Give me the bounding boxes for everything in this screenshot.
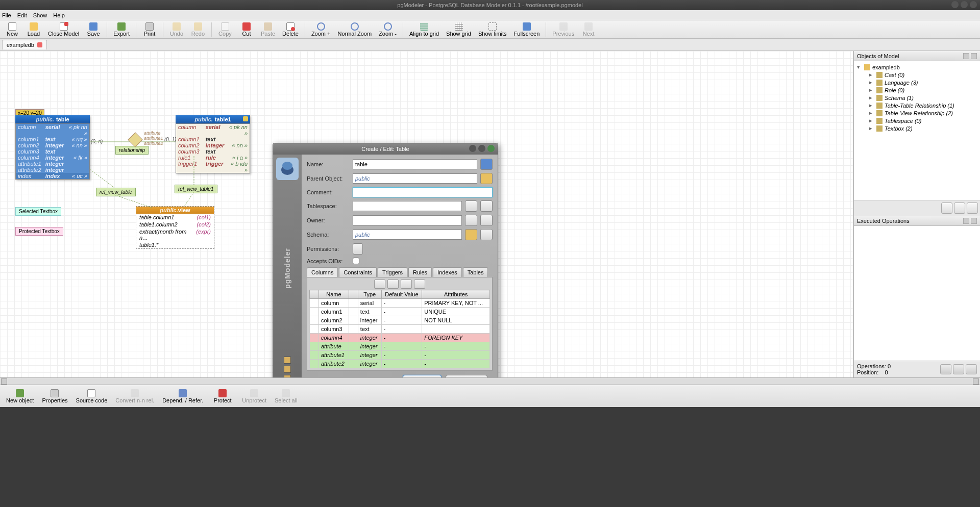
paste-button[interactable]: Paste <box>258 21 278 38</box>
next-button[interactable]: Next <box>578 21 599 38</box>
tree-item[interactable]: ▸Table-Table Relationship (1) <box>856 102 978 109</box>
zoom-in-button[interactable]: Zoom + <box>308 21 334 38</box>
tab-triggers[interactable]: Triggers <box>378 267 407 277</box>
cut-button[interactable]: Cut <box>236 21 257 38</box>
canvas-hscroll[interactable] <box>0 377 980 385</box>
panel-collapse-icon[interactable] <box>963 218 969 224</box>
normal-zoom-button[interactable]: Normal Zoom <box>334 21 375 38</box>
source-code-button[interactable]: Source code <box>73 388 111 404</box>
load-button[interactable]: Load <box>23 21 44 38</box>
menu-edit[interactable]: Edit <box>17 12 27 18</box>
close-icon[interactable] <box>970 1 977 8</box>
protect-button[interactable]: Protect <box>208 388 237 404</box>
panel-btn-3[interactable] <box>967 202 978 214</box>
tree-item[interactable]: ▸Cast (0) <box>856 71 978 79</box>
minimize-icon[interactable] <box>951 1 959 8</box>
col-move-button[interactable] <box>414 280 425 289</box>
fullscreen-button[interactable]: Fullscreen <box>511 21 543 38</box>
tab-indexes[interactable]: Indexes <box>433 267 462 277</box>
new-object-button[interactable]: New object <box>3 388 37 404</box>
table-row[interactable]: column3text- <box>310 325 490 334</box>
table-row[interactable]: attributeinteger-- <box>310 342 490 351</box>
object-view[interactable]: public.view table.column1(col1)table1.co… <box>136 206 214 249</box>
tab-tables[interactable]: Tables <box>463 267 488 277</box>
tab-columns[interactable]: Columns <box>307 267 338 277</box>
select-all-button[interactable]: Select all <box>272 388 301 404</box>
undo-button[interactable]: Undo <box>166 21 187 38</box>
unprotect-button[interactable]: Unprotect <box>239 388 270 404</box>
menu-help[interactable]: Help <box>53 12 65 18</box>
tree-item[interactable]: ▸Textbox (2) <box>856 124 978 132</box>
object-table1[interactable]: public.table1 columnserial« pk nn »colum… <box>176 115 250 173</box>
owner-input[interactable] <box>353 215 462 225</box>
panel-close-icon[interactable] <box>971 218 977 224</box>
owner-pick-button[interactable] <box>465 215 477 226</box>
columns-table[interactable]: Name Type Default Value Attributes colum… <box>309 290 490 368</box>
show-limits-button[interactable]: Show limits <box>475 21 510 38</box>
previous-button[interactable]: Previous <box>549 21 577 38</box>
parent-browse-button[interactable] <box>480 173 493 184</box>
maximize-icon[interactable] <box>961 1 968 8</box>
object-table[interactable]: public.table columnserial« pk nn »column… <box>15 115 90 180</box>
ops-btn-3[interactable] <box>966 364 977 374</box>
tablespace-clear-button[interactable] <box>480 200 493 212</box>
table-row[interactable]: columnserial-PRIMARY KEY, NOT ... <box>310 299 490 308</box>
accepts-oids-checkbox[interactable] <box>353 258 359 264</box>
tree-item[interactable]: ▸Tablespace (0) <box>856 117 978 124</box>
table-row[interactable]: attribute2integer-- <box>310 360 490 368</box>
parent-input[interactable] <box>353 173 477 184</box>
canvas[interactable]: x=20 y=20 public.table columnserial« pk … <box>0 51 853 377</box>
save-button[interactable]: Save <box>83 21 104 38</box>
exec-ops-list[interactable] <box>854 226 980 361</box>
dialog-max-icon[interactable] <box>478 145 485 152</box>
col-remove-button[interactable] <box>387 280 399 289</box>
col-edit-button[interactable] <box>401 280 412 289</box>
selected-textbox[interactable]: Selected Textbox <box>15 207 61 216</box>
table-row[interactable]: column4integer-FOREIGN KEY <box>310 334 490 342</box>
copy-button[interactable]: Copy <box>215 21 235 38</box>
rel-view-table[interactable]: rel_view_table <box>96 188 136 196</box>
ops-btn-2[interactable] <box>953 364 964 374</box>
panel-collapse-icon[interactable] <box>963 53 969 59</box>
protected-textbox[interactable]: Protected Textbox <box>15 227 63 236</box>
schema-input[interactable] <box>353 230 462 240</box>
apply-button[interactable]: Apply <box>403 375 442 377</box>
new-button[interactable]: New <box>2 21 22 38</box>
panel-close-icon[interactable] <box>971 53 977 59</box>
tablespace-input[interactable] <box>353 201 462 211</box>
rel-view-table1[interactable]: rel_view_table1 <box>175 185 217 193</box>
convert-rel-button[interactable]: Convert n-n rel. <box>112 388 157 404</box>
objects-tree[interactable]: ▾ exampledb ▸Cast (0)▸Language (3)▸Role … <box>854 61 980 200</box>
dialog-close-icon[interactable] <box>487 145 495 152</box>
owner-clear-button[interactable] <box>480 215 493 226</box>
tab-close-icon[interactable] <box>37 42 42 47</box>
tree-item[interactable]: ▸Role (0) <box>856 86 978 94</box>
menu-show[interactable]: Show <box>33 12 47 18</box>
col-add-button[interactable] <box>374 280 385 289</box>
table-row[interactable]: column1text-UNIQUE <box>310 308 490 316</box>
tree-item[interactable]: ▸Language (3) <box>856 79 978 86</box>
close-model-button[interactable]: Close Model <box>45 21 82 38</box>
tab-rules[interactable]: Rules <box>408 267 432 277</box>
panel-btn-2[interactable] <box>954 202 965 214</box>
ops-btn-1[interactable] <box>940 364 951 374</box>
name-input[interactable] <box>353 159 477 169</box>
dialog-title-bar[interactable]: Create / Edit: Table <box>273 143 498 155</box>
name-icon-button[interactable] <box>480 159 493 170</box>
tree-root[interactable]: ▾ exampledb <box>856 63 978 71</box>
scroll-left-icon[interactable] <box>1 378 7 385</box>
panel-btn-1[interactable] <box>941 202 952 214</box>
comment-input[interactable] <box>353 187 493 197</box>
tab-constraints[interactable]: Constraints <box>339 267 377 277</box>
print-button[interactable]: Print <box>139 21 160 38</box>
delete-button[interactable]: Delete <box>279 21 302 38</box>
align-grid-button[interactable]: Align to grid <box>406 21 442 38</box>
show-grid-button[interactable]: Show grid <box>443 21 474 38</box>
schema-clear-button[interactable] <box>480 229 493 240</box>
export-button[interactable]: Export <box>110 21 133 38</box>
zoom-out-button[interactable]: Zoom - <box>376 21 400 38</box>
redo-button[interactable]: Redo <box>188 21 208 38</box>
table-row[interactable]: attribute1integer-- <box>310 351 490 360</box>
cancel-button[interactable]: Cancel <box>446 375 487 377</box>
tablespace-pick-button[interactable] <box>465 200 477 212</box>
